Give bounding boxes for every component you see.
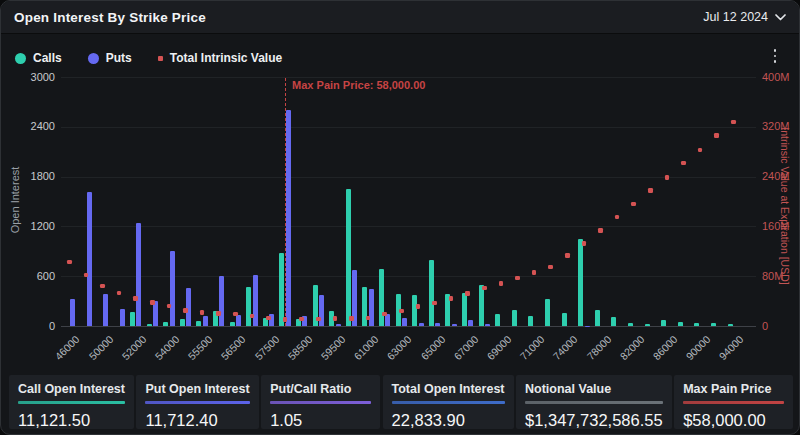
put-bar bbox=[336, 324, 341, 326]
stat-put-open-interest: Put Open Interest 11,712.40 bbox=[136, 375, 258, 429]
call-bar bbox=[412, 295, 417, 326]
put-bar bbox=[136, 223, 141, 326]
intrinsic-value-dot bbox=[200, 310, 205, 315]
intrinsic-value-dot bbox=[117, 291, 122, 296]
call-bar bbox=[362, 287, 367, 326]
intrinsic-value-dot bbox=[266, 316, 271, 321]
put-bar bbox=[253, 275, 258, 326]
stat-value: 11,121.50 bbox=[18, 411, 125, 430]
max-pain-line bbox=[285, 78, 286, 326]
call-bar bbox=[130, 312, 135, 326]
intrinsic-value-dot bbox=[631, 202, 636, 207]
intrinsic-value-dot bbox=[299, 317, 304, 322]
call-bar bbox=[645, 324, 650, 326]
intrinsic-value-dot bbox=[183, 308, 188, 313]
intrinsic-value-dot bbox=[233, 312, 238, 317]
gridline bbox=[61, 276, 756, 277]
stat-value: 22,833.90 bbox=[392, 411, 505, 430]
call-bar bbox=[545, 299, 550, 326]
call-bar bbox=[196, 321, 201, 326]
intrinsic-value-dot bbox=[432, 301, 437, 306]
call-bar bbox=[495, 314, 500, 326]
stat-put-call-ratio: Put/Call Ratio 1.05 bbox=[261, 375, 380, 429]
put-bar bbox=[87, 192, 92, 326]
intrinsic-value-dot bbox=[565, 253, 570, 258]
stat-label: Put/Call Ratio bbox=[270, 382, 371, 396]
intrinsic-value-dot bbox=[382, 312, 387, 317]
put-bar bbox=[170, 251, 175, 326]
call-bar bbox=[279, 253, 284, 326]
intrinsic-value-dot bbox=[216, 311, 221, 316]
stat-label: Call Open Interest bbox=[18, 382, 125, 396]
intrinsic-value-dot bbox=[698, 148, 703, 153]
chevron-down-icon bbox=[775, 14, 786, 21]
gridline bbox=[61, 226, 756, 227]
intrinsic-value-dot bbox=[598, 228, 603, 233]
intrinsic-value-dot bbox=[366, 316, 371, 321]
intrinsic-value-dot bbox=[316, 317, 321, 322]
put-bar bbox=[286, 110, 291, 326]
intrinsic-value-dot bbox=[532, 270, 537, 275]
stats-bar: Call Open Interest 11,121.50 Put Open In… bbox=[9, 375, 793, 429]
call-bar bbox=[578, 239, 583, 326]
call-bar bbox=[711, 323, 716, 326]
left-axis-tick-label: 3000 bbox=[13, 71, 55, 83]
call-bar bbox=[512, 310, 517, 326]
intrinsic-value-dot bbox=[84, 273, 89, 278]
put-bar bbox=[468, 320, 473, 326]
intrinsic-value-dot bbox=[100, 284, 105, 289]
stat-max-pain-price: Max Pain Price $58,000.00 bbox=[674, 375, 793, 429]
date-selector[interactable]: Jul 12 2024 bbox=[703, 10, 786, 24]
stat-total-open-interest: Total Open Interest 22,833.90 bbox=[383, 375, 514, 429]
put-bar bbox=[369, 289, 374, 326]
stat-call-open-interest: Call Open Interest 11,121.50 bbox=[9, 375, 134, 429]
call-bar bbox=[180, 319, 185, 326]
gridline bbox=[61, 177, 756, 178]
call-bar bbox=[379, 269, 384, 326]
stat-value: 11,712.40 bbox=[145, 411, 249, 430]
put-bar bbox=[70, 299, 75, 326]
call-bar bbox=[694, 323, 699, 326]
stat-label: Notional Value bbox=[525, 382, 663, 396]
call-bar bbox=[528, 316, 533, 326]
call-bar bbox=[479, 285, 484, 327]
put-bar bbox=[236, 315, 241, 326]
intrinsic-value-dot bbox=[665, 175, 670, 180]
intrinsic-value-dot bbox=[681, 161, 686, 166]
intrinsic-value-dot bbox=[150, 300, 155, 305]
page-title: Open Interest By Strike Price bbox=[14, 10, 206, 25]
intrinsic-value-dot bbox=[582, 241, 587, 246]
stat-value: $58,000.00 bbox=[683, 411, 784, 430]
put-bar bbox=[419, 323, 424, 326]
put-bar bbox=[186, 288, 191, 326]
date-selector-label: Jul 12 2024 bbox=[703, 10, 768, 24]
intrinsic-value-dot bbox=[515, 276, 520, 281]
put-bar bbox=[219, 276, 224, 326]
stat-accent-line bbox=[18, 401, 125, 404]
put-bar bbox=[319, 295, 324, 326]
call-bar bbox=[230, 322, 235, 326]
put-bar bbox=[120, 309, 125, 326]
put-bar bbox=[153, 301, 158, 326]
intrinsic-value-dot bbox=[399, 309, 404, 314]
call-bar bbox=[429, 260, 434, 326]
max-pain-label: Max Pain Price: 58,000.00 bbox=[292, 79, 425, 91]
stat-value: $1,347,732,586.55 bbox=[525, 411, 663, 430]
intrinsic-value-dot bbox=[465, 291, 470, 296]
call-bar bbox=[462, 293, 467, 326]
intrinsic-value-dot bbox=[482, 286, 487, 291]
call-bar bbox=[611, 317, 616, 326]
put-bar bbox=[485, 324, 490, 326]
stat-accent-line bbox=[392, 401, 505, 404]
panel-header: Open Interest By Strike Price Jul 12 202… bbox=[1, 1, 799, 34]
gridline bbox=[61, 127, 756, 128]
right-axis-tick-label: 400M bbox=[762, 71, 790, 83]
intrinsic-value-dot bbox=[67, 260, 72, 265]
intrinsic-value-dot bbox=[714, 133, 719, 138]
put-bar bbox=[203, 316, 208, 326]
stat-notional-value: Notional Value $1,347,732,586.55 bbox=[516, 375, 672, 429]
gridline bbox=[61, 77, 756, 78]
call-bar bbox=[562, 313, 567, 326]
intrinsic-value-dot bbox=[449, 296, 454, 301]
intrinsic-value-dot bbox=[133, 296, 138, 301]
